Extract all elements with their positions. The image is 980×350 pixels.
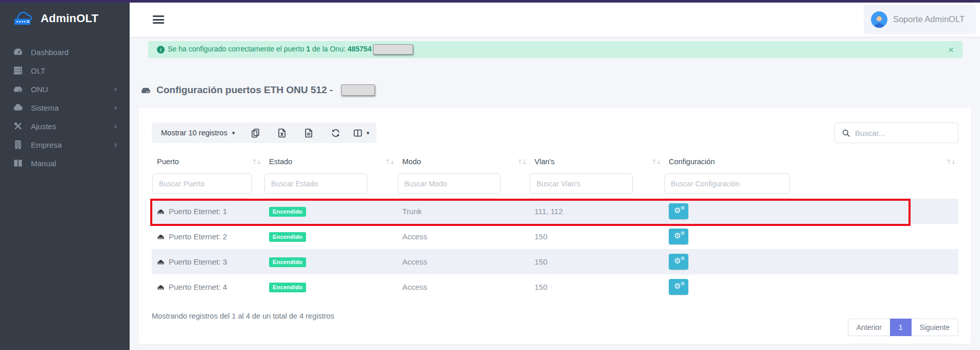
sidebar-item-onu[interactable]: ONU › <box>0 80 130 98</box>
modo-value: Access <box>402 257 427 266</box>
pagination-next-button[interactable]: Siguiente <box>912 319 958 336</box>
sidebar-item-dashboard[interactable]: Dashboard <box>0 43 130 61</box>
configure-port-button[interactable]: ⚙⚙ <box>669 279 688 295</box>
alert-onu-number: 485754 <box>347 45 371 53</box>
sidebar-item-sistema[interactable]: Sistema › <box>0 98 130 117</box>
sidebar-item-label: ONU <box>31 85 48 94</box>
table-row: Puerto Eternet: 4 Encendido Access 150 ⚙… <box>152 274 958 300</box>
status-badge: Encendido <box>269 283 306 292</box>
ethernet-port-icon <box>157 258 165 266</box>
filter-modo-input[interactable] <box>398 173 501 194</box>
close-icon[interactable]: × <box>948 45 954 55</box>
sidebar-item-label: Ajustes <box>31 122 56 131</box>
book-icon <box>13 158 23 168</box>
redaction-sticker <box>341 84 375 96</box>
gears-icon: ⚙ <box>674 283 681 290</box>
gears-icon: ⚙ <box>674 207 681 215</box>
table-info: Mostrando registros del 1 al 4 de un tot… <box>152 312 958 320</box>
chevron-right-icon: › <box>114 103 117 112</box>
sidebar-item-manual[interactable]: Manual <box>0 154 130 172</box>
search-input[interactable] <box>855 129 951 137</box>
chevron-right-icon: › <box>114 141 117 149</box>
sidebar-item-olt[interactable]: OLT <box>0 61 130 80</box>
sidebar-nav: Dashboard OLT ONU › Sistema › <box>0 43 130 172</box>
tools-icon <box>13 121 23 131</box>
gears-icon: ⚙ <box>674 232 681 240</box>
file-lines-icon <box>304 128 314 138</box>
copy-button[interactable] <box>242 122 269 143</box>
sort-icon: ↑↓ <box>252 158 262 166</box>
pagination-page-1[interactable]: 1 <box>890 319 912 336</box>
configure-port-button[interactable]: ⚙⚙ <box>669 254 688 270</box>
filter-puerto-input[interactable] <box>152 173 252 194</box>
sidebar-item-label: OLT <box>31 66 45 75</box>
global-search <box>834 122 958 143</box>
table-row: Puerto Eternet: 1 Encendido Trunk 111, 1… <box>152 199 958 224</box>
column-header-modo[interactable]: Modo↑↓ <box>397 150 529 173</box>
column-header-puerto[interactable]: Puerto↑↓ <box>152 150 264 173</box>
vlans-value: 150 <box>534 257 547 266</box>
page-length-dropdown[interactable]: Mostrar 10 registros ▾ <box>152 122 242 143</box>
filter-estado-input[interactable] <box>264 173 367 194</box>
refresh-button[interactable] <box>322 122 349 143</box>
sidebar-item-label: Sistema <box>31 103 59 112</box>
sidebar-item-label: Empresa <box>31 141 62 149</box>
sidebar-item-ajustes[interactable]: Ajustes › <box>0 117 130 135</box>
status-badge: Encendido <box>269 232 306 242</box>
modo-value: Access <box>402 283 427 291</box>
sort-icon: ↑↓ <box>651 158 662 166</box>
top-header: Soporte AdminOLT <box>130 3 980 37</box>
table-toolbar: Mostrar 10 registros ▾ <box>152 122 958 143</box>
export-file-button[interactable] <box>295 122 322 143</box>
filter-vlans-input[interactable] <box>530 173 633 194</box>
filter-configuracion-input[interactable] <box>664 173 790 194</box>
vlans-value: 111, 112 <box>534 207 563 216</box>
port-cell: Puerto Eternet: 3 <box>157 257 259 266</box>
table-buttons-group: Mostrar 10 registros ▾ <box>152 122 377 143</box>
configure-port-button[interactable]: ⚙⚙ <box>669 203 688 219</box>
alert-text: Se ha configurado correctamente el puert… <box>168 45 413 54</box>
pagination: Anterior 1 Siguiente <box>848 319 958 336</box>
cloud-switch-logo-icon <box>12 11 36 26</box>
user-name: Soporte AdminOLT <box>893 14 965 24</box>
success-alert: i Se ha configurado correctamente el pue… <box>148 41 963 58</box>
gears-icon: ⚙ <box>674 257 681 265</box>
modo-value: Access <box>402 232 427 241</box>
ethernet-port-icon <box>157 207 165 215</box>
user-menu[interactable]: Soporte AdminOLT <box>864 5 976 34</box>
alert-port-number: 1 <box>306 45 310 53</box>
column-visibility-button[interactable]: ▾ <box>349 122 377 143</box>
dashboard-gauge-icon <box>13 47 23 57</box>
copy-icon <box>251 128 260 138</box>
search-icon <box>842 129 850 137</box>
modo-value: Trunk <box>402 207 422 216</box>
server-icon <box>13 65 23 76</box>
caret-down-icon: ▾ <box>366 130 369 136</box>
ethernet-port-icon <box>157 233 165 240</box>
sort-icon: ↑↓ <box>946 158 956 166</box>
column-header-configuracion[interactable]: Configuración↑↓ <box>664 150 958 173</box>
brand-logo[interactable]: AdminOLT <box>0 3 130 34</box>
port-cell: Puerto Eternet: 1 <box>157 207 259 216</box>
page-title: Configuración puertos ETH ONU 512 - <box>140 84 375 96</box>
refresh-icon <box>331 128 341 138</box>
file-excel-icon <box>277 128 287 138</box>
column-header-vlans[interactable]: Vlan's↑↓ <box>529 150 664 173</box>
chevron-right-icon: › <box>114 85 117 94</box>
ethernet-port-icon <box>157 283 165 291</box>
column-header-estado[interactable]: Estado↑↓ <box>264 150 397 173</box>
port-cell: Puerto Eternet: 2 <box>157 232 259 241</box>
cloud-icon <box>13 102 23 113</box>
sort-icon: ↑↓ <box>385 158 395 166</box>
browser-top-strip <box>0 0 980 3</box>
sidebar-item-empresa[interactable]: Empresa › <box>0 135 130 154</box>
filter-row <box>152 173 958 199</box>
sidebar-toggle-button[interactable] <box>153 15 164 26</box>
hdd-icon <box>13 84 23 94</box>
export-excel-button[interactable] <box>269 122 295 143</box>
pagination-previous-button[interactable]: Anterior <box>848 319 890 336</box>
table-row: Puerto Eternet: 2 Encendido Access 150 ⚙… <box>152 224 958 249</box>
brand-name: AdminOLT <box>41 12 98 25</box>
configure-port-button[interactable]: ⚙⚙ <box>669 229 688 244</box>
building-icon <box>13 139 23 150</box>
